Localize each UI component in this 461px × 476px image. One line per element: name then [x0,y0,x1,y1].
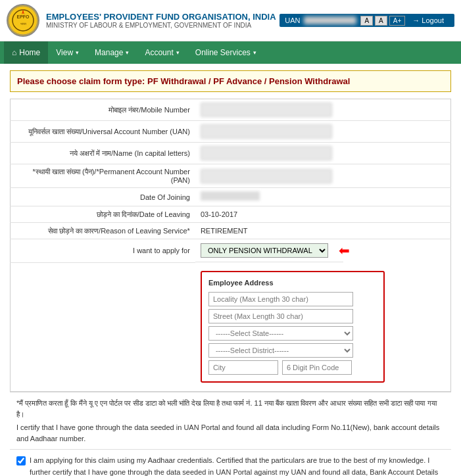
notice-section: *मैं प्रमाणित करता हूँ कि मैंने यू ए एन … [10,392,451,449]
table-row-doj: Date Of Joining [11,188,451,206]
reason-value-cell: RETIREMENT [195,223,451,239]
view-chevron-icon: ▾ [76,49,79,56]
declaration-checkbox[interactable] [16,456,26,465]
pan-value [201,169,332,183]
uan-bar: UAN A A A+ → Logout [279,14,454,27]
nav-online-services[interactable]: Online Services ▾ [187,41,264,64]
claim-form-table: मोबाइल नंबर/Mobile Number यूनिवर्सल खाता… [10,99,451,392]
declaration-row: I am applying for this claim using my Aa… [16,455,445,476]
epf-logo: EPFO भारत [7,4,39,37]
table-row-reason: सेवा छोड़ने का कारण/Reason of Leaving Se… [11,223,451,239]
org-info: EMPLOYEES' PROVIDENT FUND ORGANISATION, … [46,12,276,29]
uan-form-value [201,124,332,139]
mobile-value [201,103,332,117]
address-value-cell: Employee Address ------Select State-----… [195,262,451,392]
pension-type-select[interactable]: ONLY PENSION WITHDRAWAL PF WITHDRAWAL PF… [201,243,328,258]
uan-form-value-cell [195,121,451,143]
street-input[interactable] [208,309,353,323]
doj-label: Date Of Joining [11,188,195,206]
nav-home[interactable]: ⌂ Home [4,41,48,64]
nav-account[interactable]: Account ▾ [137,41,187,64]
pincode-input[interactable] [282,360,352,375]
logout-button[interactable]: → Logout [407,15,449,26]
header-right: UAN A A A+ → Logout [279,14,454,27]
font-large-button[interactable]: A+ [389,16,406,26]
reason-value: RETIREMENT [201,227,248,235]
nav-view[interactable]: View ▾ [48,41,87,64]
mobile-value-cell [195,99,451,121]
table-row-pan: *स्थायी खाता संख्या (पैन)/*Permanent Acc… [11,164,451,188]
table-row-apply: I want to apply for ONLY PENSION WITHDRA… [11,239,451,263]
locality-input[interactable] [208,292,353,306]
svg-text:भारत: भारत [20,22,26,26]
online-services-chevron-icon: ▾ [253,49,256,56]
notice-english: I certify that I have gone through the d… [16,422,445,444]
dol-value-cell: 03-10-2017 [195,206,451,223]
table-row-name: नये अक्षरों में नाम/Name (In capital let… [11,143,451,164]
dol-label: छोड़ने का दिनांक/Date of Leaving [11,206,195,223]
font-controls: A A A+ → Logout [360,15,449,26]
uan-label: UAN [285,16,300,24]
doj-value [201,191,260,201]
table-row-address: Employee Address ------Select State-----… [11,262,451,392]
main-content: Please choose claim form type: PF Withdr… [0,64,461,476]
svg-text:EPFO: EPFO [16,14,30,19]
name-label: नये अक्षरों में नाम/Name (In capital let… [11,143,195,164]
pan-label: *स्थायी खाता संख्या (पैन)/*Permanent Acc… [11,164,195,188]
reason-label: सेवा छोड़ने का कारण/Reason of Leaving Se… [11,223,195,239]
notice-hindi: *मैं प्रमाणित करता हूँ कि मैंने यू ए एन … [16,398,445,419]
apply-value-cell: ONLY PENSION WITHDRAWAL PF WITHDRAWAL PF… [195,239,343,262]
org-title: EMPLOYEES' PROVIDENT FUND ORGANISATION, … [46,12,276,22]
city-input[interactable] [208,360,278,375]
table-row-uan: यूनिवर्सल खाता संख्या/Universal Account … [11,121,451,143]
font-small-button[interactable]: A [360,16,373,26]
doj-value-cell [195,188,451,206]
table-row-dol: छोड़ने का दिनांक/Date of Leaving 03-10-2… [11,206,451,223]
city-pin-row [208,360,377,375]
district-select[interactable]: ------Select District------ [208,343,353,358]
account-chevron-icon: ▾ [176,49,180,56]
address-empty-label [11,262,195,392]
address-section-label: Employee Address [208,279,377,287]
state-select[interactable]: ------Select State------ [208,326,353,341]
font-medium-button[interactable]: A [375,16,387,26]
header-left: EPFO भारत EMPLOYEES' PROVIDENT FUND ORGA… [7,4,276,37]
apply-label: I want to apply for [11,239,195,263]
header: EPFO भारत EMPLOYEES' PROVIDENT FUND ORGA… [0,0,461,41]
uan-value [304,16,356,24]
declaration-section: I am applying for this claim using my Aa… [10,449,451,476]
name-value-cell [195,143,451,164]
org-subtitle: MINISTRY OF LABOUR & EMPLOYMENT, GOVERNM… [46,22,276,29]
pan-value-cell [195,164,451,188]
declaration-text: I am applying for this claim using my Aa… [30,455,445,476]
pension-arrow-annotation: ⬅ [339,243,350,258]
nav-manage[interactable]: Manage ▾ [87,41,137,64]
mobile-label: मोबाइल नंबर/Mobile Number [11,99,195,121]
dol-value: 03-10-2017 [201,210,237,218]
address-box: Employee Address ------Select State-----… [201,271,385,383]
name-value [201,146,332,160]
navbar: ⌂ Home View ▾ Manage ▾ Account ▾ Online … [0,41,461,64]
home-icon: ⌂ [12,48,16,57]
page-title: Please choose claim form type: PF Withdr… [10,70,451,92]
uan-form-label: यूनिवर्सल खाता संख्या/Universal Account … [11,121,195,143]
manage-chevron-icon: ▾ [126,49,129,56]
table-row-mobile: मोबाइल नंबर/Mobile Number [11,99,451,121]
